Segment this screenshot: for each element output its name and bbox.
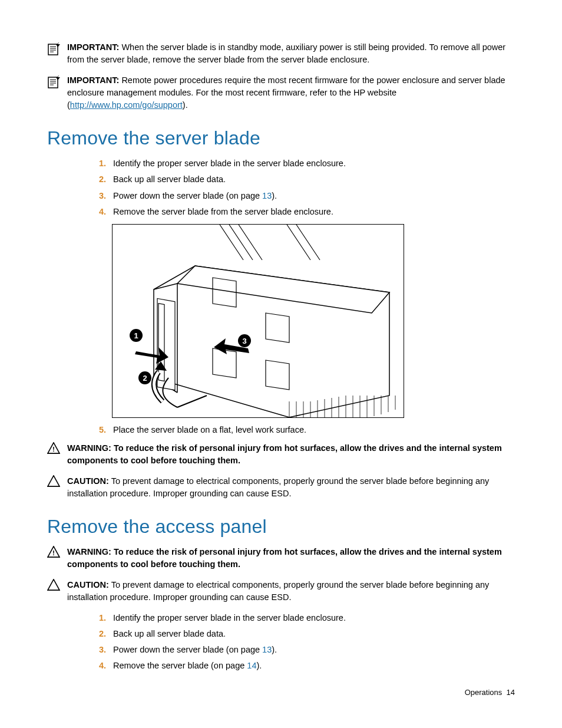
- caution-esd-2: CAUTION: To prevent damage to electrical…: [47, 579, 515, 604]
- warning-hot-surfaces-2: ! WARNING: To reduce the risk of persona…: [47, 546, 515, 571]
- svg-text:1: 1: [134, 331, 138, 340]
- footer-page-number: 14: [507, 688, 515, 697]
- step-4: Remove the server blade (on page 14).: [108, 660, 515, 672]
- page-ref-14[interactable]: 14: [247, 661, 256, 670]
- important-note-2-text: IMPORTANT: Remote power procedures requi…: [67, 74, 515, 111]
- svg-line-6: [296, 225, 320, 260]
- remove-blade-steps-cont: Place the server blade on a flat, level …: [80, 424, 515, 436]
- svg-rect-12: [157, 298, 175, 390]
- svg-line-4: [239, 225, 262, 260]
- page-footer: Operations 14: [465, 687, 515, 699]
- caution-label: CAUTION:: [67, 580, 109, 589]
- important-body: When the server blade is in standby mode…: [67, 42, 505, 64]
- warning-body: To reduce the risk of personal injury fr…: [67, 547, 502, 569]
- page-ref-13[interactable]: 13: [262, 191, 272, 200]
- heading-remove-access-panel: Remove the access panel: [47, 513, 515, 540]
- step-3: Power down the server blade (on page 13)…: [108, 644, 515, 656]
- note-icon: [47, 75, 64, 93]
- warning-text: WARNING: To reduce the risk of personal …: [67, 546, 515, 571]
- footer-section: Operations: [465, 688, 503, 697]
- important-note-1: IMPORTANT: When the server blade is in s…: [47, 41, 515, 66]
- svg-marker-45: [48, 475, 59, 486]
- page-ref-13[interactable]: 13: [262, 645, 272, 654]
- step-4: Remove the server blade from the server …: [108, 206, 515, 218]
- remove-blade-steps: Identify the proper server blade in the …: [80, 157, 515, 218]
- warning-text: WARNING: To reduce the risk of personal …: [67, 442, 515, 467]
- important-body-post: ).: [183, 100, 188, 110]
- step-5: Place the server blade on a flat, level …: [108, 424, 515, 436]
- caution-body: To prevent damage to electrical componen…: [67, 580, 489, 602]
- warning-icon: !: [47, 442, 64, 457]
- svg-text:3: 3: [242, 337, 246, 345]
- step-1: Identify the proper server blade in the …: [108, 612, 515, 624]
- svg-line-5: [287, 225, 310, 260]
- important-label: IMPORTANT:: [67, 75, 119, 85]
- svg-text:!: !: [52, 445, 55, 453]
- svg-text:!: !: [52, 549, 55, 557]
- caution-icon: [47, 475, 64, 490]
- svg-line-3: [229, 225, 253, 260]
- caution-text: CAUTION: To prevent damage to electrical…: [67, 475, 515, 500]
- svg-rect-0: [48, 44, 58, 55]
- svg-text:2: 2: [143, 374, 147, 383]
- step-2: Back up all server blade data.: [108, 628, 515, 640]
- heading-remove-server-blade: Remove the server blade: [47, 124, 515, 151]
- note-icon: [47, 42, 64, 60]
- step-3: Power down the server blade (on page 13)…: [108, 190, 515, 202]
- important-note-1-text: IMPORTANT: When the server blade is in s…: [67, 41, 515, 66]
- caution-body: To prevent damage to electrical componen…: [67, 476, 489, 498]
- step-1: Identify the proper server blade in the …: [108, 157, 515, 170]
- warning-body: To reduce the risk of personal injury fr…: [67, 443, 502, 465]
- caution-esd-1: CAUTION: To prevent damage to electrical…: [47, 475, 515, 500]
- warning-label: WARNING:: [67, 443, 111, 453]
- remove-panel-steps: Identify the proper server blade in the …: [80, 612, 515, 672]
- caution-icon: [47, 579, 64, 594]
- svg-rect-1: [48, 77, 58, 88]
- step-2: Back up all server blade data.: [108, 173, 515, 186]
- svg-marker-48: [48, 579, 59, 590]
- caution-label: CAUTION:: [67, 476, 109, 486]
- important-note-2: IMPORTANT: Remote power procedures requi…: [47, 74, 515, 111]
- important-label: IMPORTANT:: [67, 42, 119, 52]
- warning-hot-surfaces-1: ! WARNING: To reduce the risk of persona…: [47, 442, 515, 467]
- caution-text: CAUTION: To prevent damage to electrical…: [67, 579, 515, 604]
- warning-icon: !: [47, 546, 64, 561]
- warning-label: WARNING:: [67, 547, 111, 556]
- server-blade-removal-diagram: 1 2 3: [112, 224, 404, 418]
- svg-line-2: [220, 225, 243, 260]
- hp-support-link[interactable]: http://www.hp.com/go/support: [70, 100, 183, 110]
